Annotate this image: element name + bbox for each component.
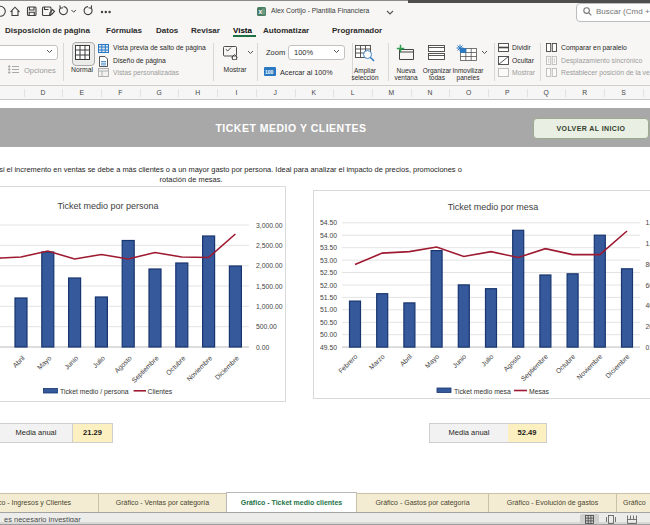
svg-text:Diciembre: Diciembre bbox=[604, 353, 631, 380]
svg-text:Clientes: Clientes bbox=[148, 388, 173, 395]
svg-text:1,500.00: 1,500.00 bbox=[256, 283, 283, 290]
svg-text:Marzo: Marzo bbox=[368, 353, 386, 371]
svg-text:49.50: 49.50 bbox=[320, 344, 337, 351]
svg-text:Mayo: Mayo bbox=[424, 353, 442, 371]
svg-text:400: 400 bbox=[646, 302, 650, 309]
svg-text:Abril: Abril bbox=[399, 352, 414, 367]
svg-text:1,200: 1,200 bbox=[646, 219, 650, 226]
svg-text:3,000.00: 3,000.00 bbox=[256, 222, 283, 229]
svg-text:Febrero: Febrero bbox=[337, 353, 359, 375]
svg-text:x: x bbox=[258, 8, 262, 15]
svg-text:54.50: 54.50 bbox=[320, 219, 337, 226]
svg-text:Julio: Julio bbox=[91, 354, 106, 369]
svg-text:Diciembre: Diciembre bbox=[214, 354, 241, 381]
svg-text:Septiembre: Septiembre bbox=[130, 354, 160, 384]
svg-text:51.00: 51.00 bbox=[320, 306, 337, 313]
svg-text:2,500.00: 2,500.00 bbox=[256, 242, 283, 249]
svg-text:2,000.00: 2,000.00 bbox=[256, 262, 283, 269]
svg-text:1,000: 1,000 bbox=[646, 240, 650, 247]
svg-text:200: 200 bbox=[646, 323, 650, 330]
svg-text:0.00: 0.00 bbox=[256, 344, 269, 351]
svg-text:Abril: Abril bbox=[11, 354, 26, 369]
svg-text:800: 800 bbox=[646, 261, 650, 268]
svg-text:53.50: 53.50 bbox=[320, 244, 337, 251]
svg-text:Noviembre: Noviembre bbox=[575, 353, 603, 381]
svg-text:Agosto: Agosto bbox=[502, 353, 523, 374]
svg-text:Mesas: Mesas bbox=[529, 388, 550, 395]
svg-text:600: 600 bbox=[646, 282, 650, 289]
svg-text:Junio: Junio bbox=[451, 353, 468, 370]
svg-text:52.50: 52.50 bbox=[320, 269, 337, 276]
svg-text:Mayo: Mayo bbox=[36, 354, 54, 372]
svg-text:54.00: 54.00 bbox=[320, 232, 337, 239]
svg-text:Septiembre: Septiembre bbox=[520, 353, 550, 383]
svg-text:51.50: 51.50 bbox=[320, 294, 337, 301]
svg-text:50.00: 50.00 bbox=[320, 331, 337, 338]
svg-text:Ticket medio por mesa: Ticket medio por mesa bbox=[448, 202, 539, 212]
svg-text:52.00: 52.00 bbox=[320, 282, 337, 289]
svg-text:500.00: 500.00 bbox=[256, 323, 277, 330]
svg-text:Noviembre: Noviembre bbox=[185, 354, 213, 382]
svg-text:53.00: 53.00 bbox=[320, 257, 337, 264]
svg-text:50.50: 50.50 bbox=[320, 319, 337, 326]
svg-text:Ticket medio / persona: Ticket medio / persona bbox=[60, 388, 129, 396]
svg-text:Junio: Junio bbox=[63, 354, 80, 371]
svg-text:Ticket medio mesa: Ticket medio mesa bbox=[454, 388, 511, 395]
svg-text:Julio: Julio bbox=[480, 353, 495, 368]
svg-text:1,000.00: 1,000.00 bbox=[256, 303, 283, 310]
svg-text:Octubre: Octubre bbox=[554, 353, 576, 375]
svg-text:0.00: 0.00 bbox=[646, 344, 650, 351]
svg-text:Octubre: Octubre bbox=[165, 354, 187, 376]
svg-text:Ticket medio por persona: Ticket medio por persona bbox=[57, 201, 158, 211]
svg-text:Agosto: Agosto bbox=[113, 354, 134, 375]
